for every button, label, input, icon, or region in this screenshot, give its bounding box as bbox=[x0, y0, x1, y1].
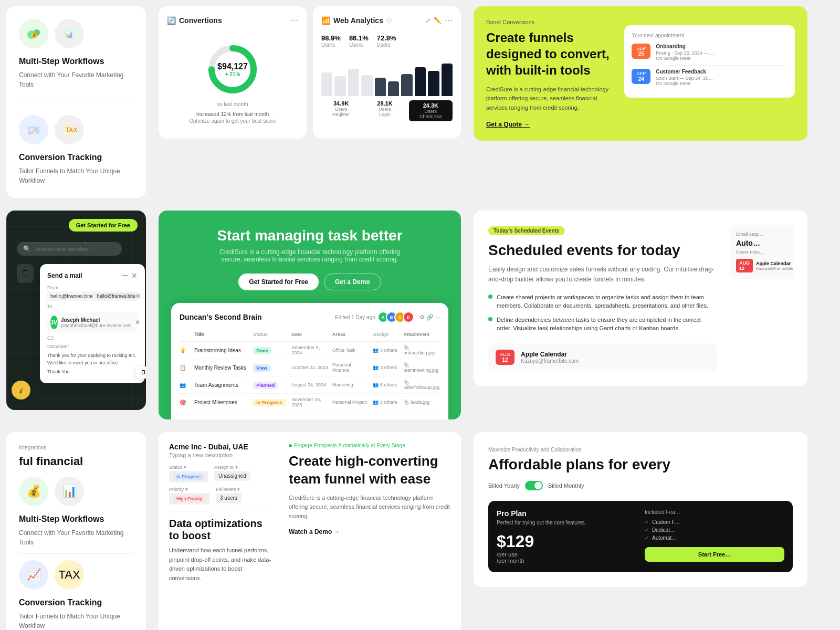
dark-email-panel: Get Started for Free 🔍 🗒 Send a mail — ✕ bbox=[6, 211, 146, 410]
donut-footer: Increased 12% from last month bbox=[196, 111, 269, 117]
sched-list-item: Define dependencies between tasks to ens… bbox=[488, 316, 717, 333]
conversion-icon: 📈 bbox=[19, 115, 48, 144]
row3-icon: 👥 bbox=[180, 382, 190, 388]
task-hero-title: Start managing task better bbox=[217, 227, 402, 244]
funnel-desc: CrediSure is a cutting-edge financial te… bbox=[289, 494, 450, 521]
doc-field[interactable]: Document bbox=[47, 344, 138, 349]
check-icon: ✓ bbox=[645, 527, 649, 533]
acme-company: Acme Inc - Dubai, UAE bbox=[169, 443, 274, 451]
billing-toggle[interactable]: Billed Yearly Billed Monthly bbox=[488, 481, 793, 490]
boost-cta[interactable]: Get a Quote → bbox=[486, 121, 616, 128]
check-icon: ✓ bbox=[645, 535, 649, 541]
task-demo-btn[interactable]: Get a Demo bbox=[324, 274, 381, 290]
task-get-started-btn[interactable]: Get Started for Free bbox=[238, 274, 319, 290]
appointment-2: SEP 24 Customer Feedback Soon Start — Se… bbox=[632, 69, 788, 86]
notion-icon: 🗒 bbox=[141, 370, 146, 375]
svg-text:📈: 📈 bbox=[29, 128, 36, 135]
row2-file: 📎 teammeeting.jpg bbox=[403, 362, 440, 373]
contact-close[interactable]: ✕ bbox=[135, 319, 140, 326]
donut-chart: $94,127 + 21% bbox=[204, 40, 261, 98]
conversions-icon: 🔄 bbox=[167, 16, 176, 25]
watch-demo-btn[interactable]: Watch a Demo → bbox=[289, 528, 450, 536]
send-mail-popup: Send a mail — ✕ From hello@frames.bite h… bbox=[40, 264, 145, 383]
row4-date: November 16, 2023 bbox=[291, 397, 328, 407]
conversion-tracking-feature: 📈 TAX Conversion Tracking Tailor Funnels… bbox=[19, 115, 133, 185]
row1-date: September 9, 2024 bbox=[291, 345, 328, 355]
billing-pill[interactable] bbox=[525, 481, 543, 490]
assign-label: Assign to ▾ bbox=[214, 465, 250, 470]
notion-badge: 🗒 bbox=[135, 366, 146, 379]
plan-sub: Perfect for trying out the core features… bbox=[497, 520, 636, 526]
appointment-1: SEP 25 Onboarding Pricing · Sep 25, 2024… bbox=[632, 44, 788, 61]
mail-body: Thank you for your applying to rocking I… bbox=[47, 352, 138, 366]
svg-text:TAX: TAX bbox=[66, 127, 77, 134]
task-management-panel: Start managing task better CrediSure is … bbox=[159, 211, 461, 419]
multi-step-feature: 💰 📊 Multi-Step Workflows Connect with Yo… bbox=[19, 19, 133, 89]
mail-title: Send a mail bbox=[47, 272, 82, 279]
row3-multi-title: Multi-Step Workflows bbox=[19, 514, 133, 524]
mail-minimize[interactable]: — bbox=[122, 271, 128, 280]
row3-title: Team Assignments bbox=[194, 382, 249, 388]
features-label: Included Fea… bbox=[645, 509, 784, 515]
toggle-knob bbox=[534, 482, 542, 489]
sched-event-card: AUG 12 Apple Calendar Kazuya@framerbite.… bbox=[488, 343, 717, 371]
contact-name: Joseph Michael bbox=[61, 317, 132, 323]
appt2-month: SEP bbox=[635, 71, 647, 76]
cc-field[interactable]: CC bbox=[47, 335, 138, 341]
donut-change: + 21% bbox=[217, 71, 248, 77]
row4-icon: 🎯 bbox=[180, 400, 190, 405]
analytics-bar-chart bbox=[321, 54, 453, 96]
row3-area: Marketing bbox=[332, 382, 369, 387]
row4-title: Project Milestones bbox=[194, 400, 249, 405]
analytics-menu[interactable]: ··· bbox=[445, 15, 453, 26]
conversions-menu[interactable]: ··· bbox=[290, 15, 298, 26]
row1-file: 📎 onboarding.jpg bbox=[403, 345, 440, 355]
row1-icon: 💡 bbox=[180, 348, 190, 353]
row3-date: August 24, 2024 bbox=[291, 382, 328, 387]
analytics-edit[interactable]: ✏️ bbox=[434, 17, 442, 24]
table-row: 🎯 Project Milestones In Progress Novembe… bbox=[180, 394, 440, 411]
coin-badge: 💰 bbox=[12, 381, 30, 400]
conversions-panel: 🔄 Convertions ··· $94,127 + 21% bbox=[159, 6, 307, 139]
pro-plan-card: Pro Plan Perfect for trying out the core… bbox=[488, 501, 793, 572]
appt1-time: Pricing · Sep 25, 2024 — … bbox=[656, 50, 715, 56]
task-avatars: A B C D bbox=[381, 311, 414, 323]
scheduled-events-panel: Today's Scheduled Events Scheduled event… bbox=[474, 211, 807, 386]
row4-status: In Progress bbox=[253, 399, 286, 406]
billed-yearly: Billed Yearly bbox=[488, 482, 520, 489]
row2-title: Monthly Review Tasks bbox=[194, 365, 249, 371]
boost-conversions-panel: Boost Conversions Create funnels designe… bbox=[474, 6, 807, 141]
task-hero-desc: CrediSure is a cutting-edge financial te… bbox=[210, 248, 410, 263]
plan-cta-btn[interactable]: Start Free… bbox=[645, 547, 784, 562]
multi-step-desc: Connect with Your Favorite Marketing Too… bbox=[19, 70, 133, 89]
row1-status: Done bbox=[253, 347, 271, 354]
tag-close[interactable]: × bbox=[136, 293, 139, 299]
svg-text:📊: 📊 bbox=[65, 30, 73, 38]
engage-badge: Engage Prospects Automatically at Every … bbox=[289, 443, 450, 448]
feature-3: Automat… bbox=[652, 535, 677, 541]
to-field[interactable]: To bbox=[47, 304, 138, 309]
mail-close[interactable]: ✕ bbox=[131, 271, 138, 280]
email-seq-label: Email sequ… bbox=[736, 232, 793, 237]
row4-assign: 👥 2 others bbox=[373, 400, 399, 405]
row3-status: Planned bbox=[253, 382, 278, 389]
task-table-edited: Edited 1 Day ago bbox=[335, 314, 375, 320]
avatar-4: D bbox=[403, 311, 414, 323]
cal-badge: AUG 12 bbox=[496, 350, 514, 365]
sched-dot bbox=[488, 317, 492, 321]
get-started-btn[interactable]: Get Started for Free bbox=[69, 219, 138, 232]
apple-cal-email: Kazuya@framerbite.com bbox=[756, 266, 793, 271]
engage-dot bbox=[289, 444, 292, 447]
from-field: From hello@frames.bite hello@frames.bite… bbox=[47, 285, 138, 301]
conversion-title: Conversion Tracking bbox=[19, 153, 133, 162]
row3-conv-title: Conversion Tracking bbox=[19, 598, 133, 607]
auto-label: Auto… bbox=[736, 239, 793, 247]
row3-conv-icon: 📈 bbox=[19, 560, 48, 590]
row1-assign: 👥 3 others bbox=[373, 348, 399, 353]
row1-title: Brainstorming Ideas bbox=[194, 348, 249, 353]
row3-multi-icon2: 📊 bbox=[55, 477, 84, 506]
row2-icon: 📋 bbox=[180, 365, 190, 371]
priority-val: High Priority bbox=[173, 495, 205, 502]
analytics-expand[interactable]: ⤢ bbox=[425, 17, 430, 24]
task-table-title: Duncan's Second Brain bbox=[180, 313, 262, 321]
